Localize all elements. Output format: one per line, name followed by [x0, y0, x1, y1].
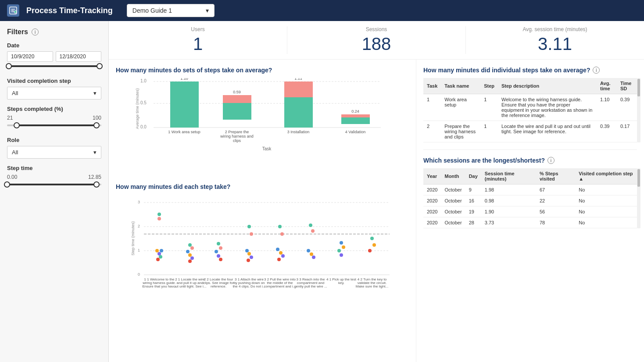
avg-session-stat: Avg. session time (minutes) 3.11 — [466, 26, 644, 54]
svg-text:Make sure the light...: Make sure the light... — [356, 284, 388, 288]
table-row: 2 Prepare the wiring harness and clips 1… — [423, 121, 637, 142]
svg-point-60 — [247, 259, 250, 262]
svg-text:0.0: 0.0 — [140, 124, 147, 129]
completion-step-filter: Visited completion step All ▾ — [7, 78, 101, 99]
bar-chart: 1.0 0.5 0.0 Average time (minutes) 1.10 — [116, 78, 409, 174]
svg-point-37 — [157, 213, 161, 216]
table-row: 2020 October 16 0.98 22 No — [423, 195, 637, 206]
svg-point-39 — [160, 249, 163, 252]
svg-point-76 — [370, 237, 374, 240]
col-steps-visited: % Steps visited — [536, 168, 575, 185]
filters-info-icon[interactable]: i — [32, 28, 39, 35]
svg-point-65 — [281, 254, 285, 258]
svg-rect-15 — [284, 82, 313, 97]
svg-text:1.0: 1.0 — [140, 78, 147, 83]
svg-point-50 — [217, 242, 220, 245]
app-icon — [7, 4, 19, 17]
completion-step-dropdown[interactable]: All ▾ — [7, 87, 101, 99]
svg-point-41 — [157, 252, 161, 256]
table-row: 2020 October 9 1.98 67 No — [423, 185, 637, 195]
col-completion-step: Visited completion step ▲ — [575, 168, 637, 185]
svg-text:0.24: 0.24 — [351, 109, 359, 114]
steps-slider-left[interactable] — [14, 122, 20, 128]
svg-point-53 — [217, 254, 220, 258]
step-time-slider-left[interactable] — [4, 181, 10, 188]
svg-text:out until tight. See i...: out until tight. See i... — [174, 284, 207, 288]
role-filter: Role All ▾ — [7, 137, 101, 159]
date-end[interactable]: 12/18/2020 — [56, 51, 102, 62]
col-step-desc: Step description — [498, 78, 597, 94]
svg-text:Ensure that you hav...: Ensure that you hav... — [142, 284, 176, 288]
charts-left-panel: How many minutes do sets of steps take o… — [109, 60, 416, 362]
svg-point-62 — [280, 232, 284, 236]
svg-point-66 — [277, 258, 281, 261]
svg-text:gently pull the wire ...: gently pull the wire ... — [294, 284, 327, 288]
svg-point-42 — [159, 255, 162, 259]
step-time-filter: Step time 0.00 12.85 — [7, 165, 101, 190]
chevron-down-icon: ▾ — [93, 149, 97, 156]
svg-point-57 — [245, 249, 249, 252]
svg-point-48 — [190, 256, 194, 260]
svg-point-47 — [188, 253, 192, 257]
app-title: Process Time-Tracking — [26, 6, 113, 15]
steps-slider-right[interactable] — [93, 122, 100, 128]
svg-point-54 — [219, 258, 222, 261]
col-year: Year — [423, 168, 441, 185]
svg-text:0.5: 0.5 — [140, 100, 147, 105]
svg-point-43 — [156, 258, 160, 261]
date-slider-right[interactable] — [97, 63, 103, 69]
col-month: Month — [441, 168, 465, 185]
svg-point-75 — [340, 253, 343, 257]
svg-point-67 — [309, 224, 312, 227]
table-row: 2020 October 19 1.90 56 No — [423, 206, 637, 217]
sessions-table-info-icon[interactable]: i — [547, 157, 555, 164]
svg-point-59 — [250, 256, 253, 259]
col-step: Step — [480, 78, 498, 94]
svg-text:the 4 clips. Do not i...: the 4 clips. Do not i... — [233, 284, 266, 288]
col-task-name: Task name — [441, 78, 480, 94]
table-row: 1 Work area setup 1 Welcome to the wirin… — [423, 94, 637, 121]
steps-table-info-icon[interactable]: i — [593, 67, 600, 74]
svg-rect-11 — [223, 103, 251, 120]
date-filter: Date 10/9/2020 12/18/2020 — [7, 42, 101, 71]
svg-text:Task: Task — [262, 146, 272, 151]
svg-rect-14 — [284, 97, 313, 128]
step-time-slider-right[interactable] — [93, 181, 100, 188]
sessions-table: Year Month Day Session time (minutes) % … — [423, 168, 637, 228]
charts-right-panel: How many minutes did individual steps ta… — [416, 60, 644, 362]
filters-panel: Filters i Date 10/9/2020 12/18/2020 Visi… — [0, 21, 109, 362]
svg-point-78 — [368, 249, 372, 252]
date-start[interactable]: 10/9/2020 — [7, 51, 53, 62]
svg-point-49 — [188, 259, 192, 263]
svg-text:Step time (minutes): Step time (minutes) — [131, 221, 135, 256]
svg-text:3: 3 — [138, 200, 140, 204]
svg-text:0: 0 — [138, 272, 140, 277]
svg-point-56 — [250, 232, 253, 236]
svg-point-64 — [279, 251, 283, 255]
svg-point-45 — [190, 246, 194, 250]
date-slider-left[interactable] — [6, 63, 12, 69]
svg-text:1: 1 — [138, 248, 140, 252]
svg-text:wiring harness and: wiring harness and — [220, 134, 254, 138]
svg-point-44 — [188, 243, 192, 247]
svg-rect-17 — [341, 117, 370, 124]
svg-point-58 — [247, 252, 251, 256]
date-slider-track — [7, 65, 101, 67]
svg-point-55 — [247, 225, 251, 228]
svg-point-38 — [157, 217, 161, 220]
svg-text:clips: clips — [233, 138, 241, 143]
app-header: Process Time-Tracking Demo Guide 1 ▾ — [0, 0, 644, 21]
svg-text:4 Validation: 4 Validation — [345, 130, 365, 134]
chevron-down-icon: ▾ — [206, 7, 209, 14]
sessions-table-title: Which sessions are the longest/shortest?… — [423, 157, 637, 164]
table-row: 2020 October 28 3.73 78 No — [423, 217, 637, 228]
guide-dropdown[interactable]: Demo Guide 1 ▾ — [127, 4, 215, 17]
svg-text:2: 2 — [138, 224, 140, 228]
svg-text:3 Installation: 3 Installation — [287, 130, 310, 134]
svg-text:Average time (minutes): Average time (minutes) — [135, 89, 140, 129]
svg-text:0.59: 0.59 — [233, 90, 241, 94]
svg-rect-9 — [170, 82, 199, 128]
svg-text:1.11: 1.11 — [294, 78, 302, 81]
svg-point-68 — [311, 229, 315, 233]
role-dropdown[interactable]: All ▾ — [7, 146, 101, 159]
